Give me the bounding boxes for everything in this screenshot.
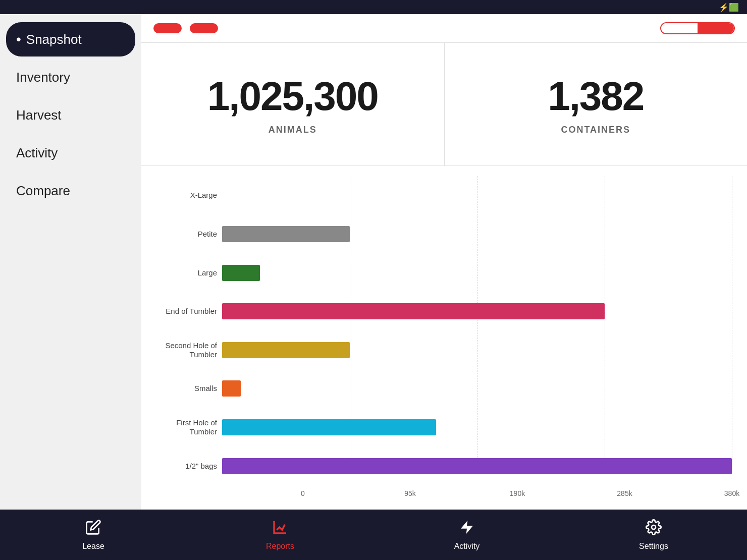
- animals-label: ANIMALS: [269, 125, 317, 135]
- app-container: SnapshotInventoryHarvestActivityCompare …: [0, 14, 747, 510]
- bar-row: 1/2" bags: [222, 454, 732, 478]
- sidebar: SnapshotInventoryHarvestActivityCompare: [0, 14, 141, 510]
- sidebar-item-harvest[interactable]: Harvest: [6, 98, 135, 132]
- bar-fill: [222, 419, 436, 435]
- table-view-button[interactable]: [661, 23, 698, 33]
- bar-track: [222, 187, 732, 203]
- sidebar-item-compare[interactable]: Compare: [6, 174, 135, 208]
- bar-track: [222, 380, 732, 397]
- main-content: 1,025,300 ANIMALS 1,382 CONTAINERS X-Lar…: [141, 14, 747, 510]
- x-axis-tick: 95k: [404, 489, 416, 497]
- bar-fill: [222, 265, 260, 281]
- bar-label: First Hole of Tumbler: [141, 418, 217, 436]
- bar-label: End of Tumbler: [141, 307, 217, 316]
- bar-track: [222, 419, 732, 435]
- filter-bar: [141, 14, 747, 43]
- bar-fill: [222, 380, 241, 397]
- bar-fill: [222, 342, 350, 358]
- bar-fill: [222, 458, 732, 474]
- bar-row: End of Tumbler: [222, 299, 732, 323]
- bar-label: Petite: [141, 230, 217, 239]
- grid-line: [732, 176, 732, 470]
- battery-icon: ⚡🟩: [719, 3, 739, 12]
- bar-row: First Hole of Tumbler: [222, 415, 732, 439]
- x-axis-tick: 190k: [510, 489, 525, 497]
- view-toggle: [660, 22, 735, 34]
- nav-label-lease: Lease: [82, 542, 104, 551]
- containers-label: CONTAINERS: [561, 125, 630, 135]
- nav-label-activity: Activity: [454, 542, 480, 551]
- bar-fill: [222, 303, 605, 319]
- bag-type-filter-button[interactable]: [153, 23, 182, 33]
- bar-chart: X-LargePetiteLargeEnd of TumblerSecond H…: [141, 176, 732, 499]
- nav-label-reports: Reports: [266, 542, 294, 551]
- bar-track: [222, 265, 732, 281]
- nav-item-settings[interactable]: Settings: [560, 519, 747, 551]
- animals-count: 1,025,300: [207, 73, 378, 120]
- chart-icon: [272, 519, 288, 539]
- chart-area: X-LargePetiteLargeEnd of TumblerSecond H…: [141, 166, 747, 510]
- bar-track: [222, 303, 732, 319]
- x-axis: 095k190k285k380k: [303, 485, 732, 499]
- bar-label: Large: [141, 268, 217, 277]
- bar-row: Petite: [222, 222, 732, 246]
- chart-inner: X-LargePetiteLargeEnd of TumblerSecond H…: [222, 176, 732, 485]
- bar-label: Second Hole of Tumbler: [141, 341, 217, 359]
- bar-track: [222, 226, 732, 242]
- period-filter-button[interactable]: [190, 23, 218, 33]
- nav-item-lease[interactable]: Lease: [0, 519, 187, 551]
- x-axis-tick: 0: [301, 489, 305, 497]
- sidebar-item-activity[interactable]: Activity: [6, 136, 135, 170]
- bar-fill: [222, 226, 350, 242]
- nav-item-activity[interactable]: Activity: [374, 519, 560, 551]
- chart-view-button[interactable]: [698, 23, 734, 33]
- bar-label: X-Large: [141, 191, 217, 200]
- bolt-icon: [459, 519, 475, 539]
- bar-row: Large: [222, 261, 732, 285]
- bar-row: Smalls: [222, 376, 732, 401]
- animals-stat-cell: 1,025,300 ANIMALS: [141, 43, 445, 165]
- bottom-nav: LeaseReportsActivitySettings: [0, 510, 747, 560]
- bar-track: [222, 342, 732, 358]
- bar-row: Second Hole of Tumbler: [222, 338, 732, 362]
- sidebar-item-inventory[interactable]: Inventory: [6, 61, 135, 94]
- svg-point-0: [652, 525, 656, 529]
- x-axis-tick: 285k: [617, 489, 632, 497]
- nav-item-reports[interactable]: Reports: [187, 519, 374, 551]
- status-bar: ⚡🟩: [0, 0, 747, 14]
- containers-count: 1,382: [548, 73, 644, 120]
- bar-row: X-Large: [222, 183, 732, 207]
- nav-label-settings: Settings: [639, 542, 668, 551]
- sidebar-item-snapshot[interactable]: Snapshot: [6, 22, 135, 57]
- containers-stat-cell: 1,382 CONTAINERS: [445, 43, 748, 165]
- bar-label: Smalls: [141, 384, 217, 393]
- bar-label: 1/2" bags: [141, 462, 217, 471]
- x-axis-tick: 380k: [724, 489, 739, 497]
- bar-track: [222, 458, 732, 474]
- pencil-icon: [85, 519, 101, 539]
- stats-row: 1,025,300 ANIMALS 1,382 CONTAINERS: [141, 43, 747, 166]
- gear-icon: [646, 519, 662, 539]
